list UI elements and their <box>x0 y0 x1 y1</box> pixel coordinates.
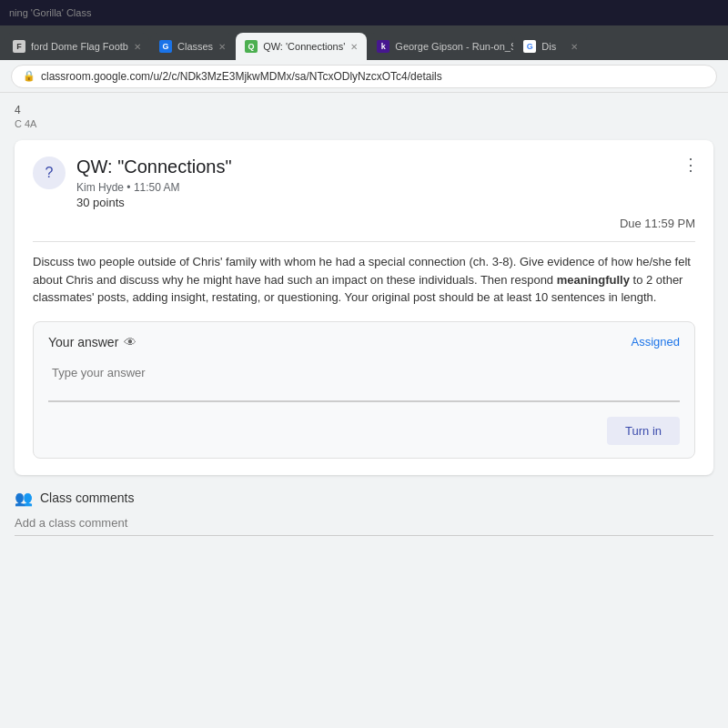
assignment-title: QW: "Connections" <box>76 157 695 177</box>
turn-in-button[interactable]: Turn in <box>607 417 680 445</box>
answer-textarea[interactable] <box>48 359 680 402</box>
eye-icon: 👁 <box>124 335 136 349</box>
assigned-badge: Assigned <box>632 335 680 349</box>
assignment-header: ? QW: "Connections" Kim Hyde • 11:50 AM … <box>33 157 695 209</box>
tab-label-5: Dis <box>541 41 556 52</box>
tab-close-1[interactable]: ✕ <box>134 42 141 52</box>
your-answer-label: Your answer 👁 <box>48 335 136 349</box>
answer-box-header: Your answer 👁 Assigned <box>48 335 680 349</box>
assignment-points: 30 points <box>76 196 695 209</box>
page-content: 4 C 4A ? QW: "Connections" Kim Hyde • 11… <box>0 93 728 728</box>
tab-favicon-1: F <box>13 40 25 53</box>
tab-close-3[interactable]: ✕ <box>350 42 358 52</box>
due-date: Due 11:59 PM <box>33 217 695 230</box>
assignment-instructions: Discuss two people outside of Chris' fam… <box>33 253 695 307</box>
browser-tab-2[interactable]: G Classes ✕ <box>150 33 235 60</box>
assignment-meta: Kim Hyde • 11:50 AM <box>76 181 695 194</box>
assignment-card: ? QW: "Connections" Kim Hyde • 11:50 AM … <box>15 140 713 475</box>
tab-favicon-2: G <box>159 40 172 53</box>
assignment-icon-symbol: ? <box>46 165 54 181</box>
sub-breadcrumb: C 4A <box>15 118 713 129</box>
browser-tabs-bar: F ford Dome Flag Footb ✕ G Classes ✕ Q Q… <box>0 25 728 60</box>
add-comment-field[interactable]: Add a class comment <box>15 516 713 536</box>
tab-close-2[interactable]: ✕ <box>218 42 226 52</box>
more-options-button[interactable]: ⋮ <box>682 155 699 175</box>
tab-label-2: Classes <box>177 41 213 52</box>
tab-label-1: ford Dome Flag Footb <box>31 41 128 52</box>
breadcrumb: 4 <box>15 104 713 116</box>
turn-in-row: Turn in <box>48 417 680 445</box>
tab-favicon-4: k <box>377 40 389 53</box>
top-bar: ning 'Gorilla' Class <box>0 0 728 25</box>
your-answer-text: Your answer <box>48 335 118 349</box>
browser-tab-5[interactable]: G Dis ✕ <box>514 33 587 60</box>
address-bar-url: classroom.google.com/u/2/c/NDk3MzE3MjkwM… <box>41 70 442 83</box>
answer-box: Your answer 👁 Assigned Turn in <box>33 321 695 459</box>
class-comments-label: Class comments <box>40 490 134 505</box>
class-comments-icon: 👥 <box>15 490 33 507</box>
tab-favicon-5: G <box>523 40 536 53</box>
top-bar-text: ning 'Gorilla' Class <box>9 7 91 18</box>
address-bar[interactable]: 🔒 classroom.google.com/u/2/c/NDk3MzE3Mjk… <box>11 65 717 88</box>
tab-label-4: George Gipson - Run-on_Sente <box>395 41 513 52</box>
browser-tab-3[interactable]: Q QW: 'Connections' ✕ <box>236 33 367 60</box>
class-comments-header[interactable]: 👥 Class comments <box>15 490 713 507</box>
assignment-title-area: QW: "Connections" Kim Hyde • 11:50 AM 30… <box>76 157 695 209</box>
tab-favicon-3: Q <box>245 40 258 53</box>
divider <box>33 241 695 242</box>
assignment-icon: ? <box>33 157 66 189</box>
browser-tab-1[interactable]: F ford Dome Flag Footb ✕ <box>4 33 149 60</box>
bold-text: meaningfully <box>557 273 630 287</box>
tab-label-3: QW: 'Connections' <box>263 41 345 52</box>
lock-icon: 🔒 <box>23 70 35 82</box>
address-bar-row: 🔒 classroom.google.com/u/2/c/NDk3MzE3Mjk… <box>0 60 728 93</box>
browser-tab-4[interactable]: k George Gipson - Run-on_Sente ✕ <box>368 33 513 60</box>
class-comments-section: 👥 Class comments Add a class comment <box>15 490 713 536</box>
tab-close-5[interactable]: ✕ <box>571 42 578 52</box>
